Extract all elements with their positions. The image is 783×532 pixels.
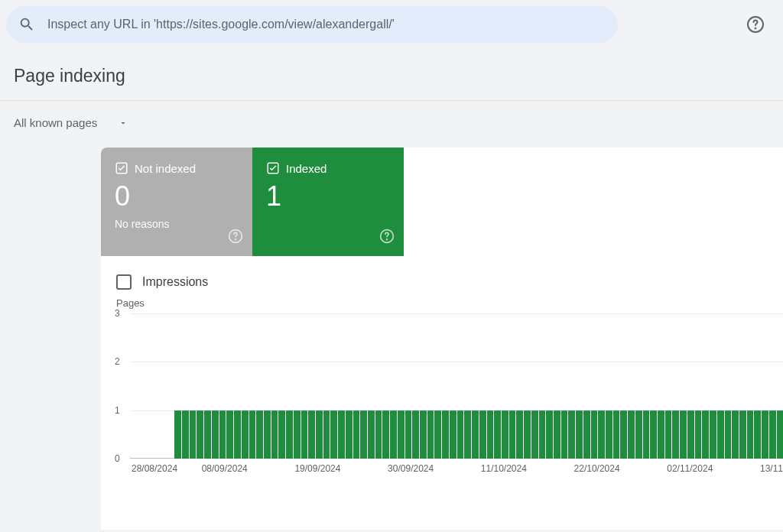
- chart-bar: [338, 410, 345, 459]
- chart-bar: [308, 410, 315, 459]
- x-tick-label: 22/10/2024: [574, 463, 620, 474]
- chart-bar: [434, 410, 441, 459]
- chart-bar: [316, 410, 323, 459]
- tab-label: Indexed: [286, 162, 327, 175]
- x-tick-label: 30/09/2024: [388, 463, 434, 474]
- chart-bar: [368, 410, 375, 459]
- chart-bar: [182, 410, 189, 459]
- chart-bar: [450, 410, 456, 459]
- svg-point-4: [236, 239, 236, 240]
- chart-bar: [294, 410, 301, 459]
- chart-bar: [264, 410, 271, 459]
- chart-bar: [754, 410, 761, 459]
- chart-bar: [531, 410, 538, 459]
- chart-bar: [725, 410, 732, 459]
- chart-bar: [420, 410, 427, 459]
- checkbox-checked-icon: [266, 161, 280, 175]
- filter-dropdown[interactable]: All known pages: [0, 101, 783, 148]
- tab-count: 1: [266, 183, 390, 210]
- chart-bar: [286, 410, 293, 459]
- chart-bar: [576, 410, 583, 459]
- chart-bar: [212, 410, 219, 459]
- chart-bar: [494, 410, 501, 459]
- chart-bar: [516, 410, 523, 459]
- tab-label: Not indexed: [135, 162, 196, 175]
- chart-bar: [346, 410, 353, 459]
- svg-point-7: [387, 239, 388, 240]
- chevron-down-icon: [119, 118, 128, 128]
- y-tick-label: 0: [115, 453, 120, 464]
- chart-bar: [412, 410, 419, 459]
- tab-indexed[interactable]: Indexed 1: [252, 148, 404, 256]
- chart-bar: [687, 410, 694, 459]
- chart-bar: [739, 410, 746, 459]
- search-icon: [18, 16, 35, 33]
- chart-bar: [680, 410, 687, 459]
- chart-bar: [769, 410, 776, 459]
- url-inspect-search[interactable]: Inspect any URL in 'https://sites.google…: [6, 6, 618, 43]
- chart-bar: [472, 410, 479, 459]
- chart-bar: [591, 410, 598, 459]
- page-title: Page indexing: [0, 43, 783, 101]
- chart-bar: [635, 410, 642, 459]
- chart-bar: [672, 410, 679, 459]
- impressions-checkbox[interactable]: [116, 274, 132, 290]
- indexing-card: Not indexed 0 No reasons Indexed 1: [101, 148, 783, 530]
- chart-bar: [598, 410, 605, 459]
- chart-bar: [174, 410, 181, 459]
- chart-bar: [360, 410, 367, 459]
- chart-bar: [487, 410, 494, 459]
- filter-label: All known pages: [14, 116, 97, 129]
- chart-bar: [695, 410, 702, 459]
- chart-bar: [242, 410, 249, 459]
- chart-bar: [271, 410, 278, 459]
- y-tick-label: 3: [115, 308, 120, 319]
- y-tick-label: 1: [115, 405, 120, 416]
- chart-bar: [583, 410, 590, 459]
- help-icon[interactable]: [740, 9, 771, 40]
- chart-bar: [442, 410, 449, 459]
- chart-bar: [710, 410, 716, 459]
- chart-bar: [197, 410, 203, 459]
- tab-not-indexed[interactable]: Not indexed 0 No reasons: [101, 148, 252, 256]
- chart-bar: [539, 410, 546, 459]
- x-tick-label: 13/11/2024: [760, 463, 783, 474]
- chart-bar: [650, 410, 657, 459]
- chart-bar: [427, 410, 434, 459]
- chart-bar: [190, 410, 197, 459]
- chart-bar: [717, 410, 724, 459]
- chart-bar: [249, 410, 256, 459]
- chart-bar: [390, 410, 397, 459]
- chart-bar: [702, 410, 709, 459]
- y-tick-label: 2: [115, 356, 120, 367]
- chart-bar: [301, 410, 308, 459]
- chart-bar: [561, 410, 568, 459]
- chart-bar: [568, 410, 575, 459]
- chart-bar: [628, 410, 635, 459]
- x-tick-label: 11/10/2024: [481, 463, 527, 474]
- chart-bar: [509, 410, 516, 459]
- help-icon[interactable]: [228, 229, 243, 247]
- chart-bar: [620, 410, 627, 459]
- chart-bar: [747, 410, 754, 459]
- chart-bar: [479, 410, 486, 459]
- x-tick-label: 08/09/2024: [202, 463, 248, 474]
- tab-subtext: No reasons: [115, 218, 239, 230]
- chart-bar: [226, 410, 233, 459]
- chart-bar: [762, 410, 768, 459]
- chart-bar: [502, 410, 508, 459]
- svg-point-1: [755, 28, 756, 29]
- chart-bar: [464, 410, 471, 459]
- chart-bar: [323, 410, 330, 459]
- indexed-pages-chart: Pages 0123 28/08/202408/09/202419/09/202…: [101, 297, 783, 477]
- chart-bar: [398, 410, 404, 459]
- chart-bar: [554, 410, 560, 459]
- chart-bar: [606, 410, 612, 459]
- chart-bar: [732, 410, 739, 459]
- chart-bar: [665, 410, 672, 459]
- chart-bar: [405, 410, 412, 459]
- help-icon[interactable]: [379, 229, 395, 247]
- checkbox-checked-icon: [115, 161, 128, 175]
- chart-bar: [204, 410, 211, 459]
- chart-bar: [777, 410, 783, 459]
